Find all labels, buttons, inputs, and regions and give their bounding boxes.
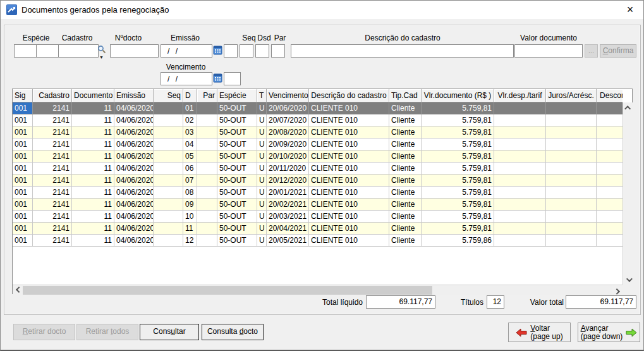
cell[interactable]	[597, 223, 623, 235]
cell[interactable]	[154, 175, 183, 187]
cell[interactable]: CLIENTE 010	[309, 235, 389, 247]
cell[interactable]	[546, 211, 597, 223]
cell[interactable]: CLIENTE 010	[309, 223, 389, 235]
vencimento-date-input[interactable]	[161, 72, 212, 85]
cell[interactable]	[197, 199, 217, 211]
emissao-date-input[interactable]	[161, 44, 212, 58]
seq-input[interactable]	[240, 44, 253, 58]
cell[interactable]: 11	[72, 114, 114, 126]
table-row[interactable]: 00121411104/06/20200250-OUTU20/07/2020CL…	[13, 114, 623, 126]
table-row[interactable]: 00121411104/06/20200150-OUTU20/06/2020CL…	[13, 102, 623, 114]
vencimento-seq-input[interactable]	[224, 72, 241, 85]
cell[interactable]: Cliente	[389, 114, 422, 126]
cell[interactable]: 04/06/2020	[114, 163, 154, 175]
horizontal-scrollbar[interactable]	[13, 285, 623, 295]
cell[interactable]: Cliente	[389, 199, 422, 211]
cell[interactable]: U	[257, 187, 267, 199]
cell[interactable]	[494, 139, 546, 151]
cell[interactable]: 04	[183, 139, 197, 151]
cell[interactable]	[597, 114, 623, 126]
cell[interactable]	[494, 102, 546, 114]
cell[interactable]: 5.759,81	[422, 102, 494, 114]
cell[interactable]: Cliente	[389, 126, 422, 139]
column-header-15[interactable]: Descor	[597, 89, 623, 102]
dsd-input[interactable]	[255, 44, 269, 58]
emissao-seq-input[interactable]	[224, 44, 238, 58]
cell[interactable]: 50-OUT	[217, 223, 257, 235]
cell[interactable]: Cliente	[389, 139, 422, 151]
cell[interactable]: 20/12/2020	[267, 175, 309, 187]
cell[interactable]: U	[257, 199, 267, 211]
cell[interactable]: 03	[183, 126, 197, 139]
table-row[interactable]: 00121411104/06/20200350-OUTU20/08/2020CL…	[13, 126, 623, 139]
cell[interactable]: 09	[183, 199, 197, 211]
cell[interactable]	[597, 151, 623, 163]
cell[interactable]: 50-OUT	[217, 126, 257, 139]
cell[interactable]: 2141	[33, 187, 72, 199]
cell[interactable]	[597, 187, 623, 199]
cell[interactable]	[546, 163, 597, 175]
cell[interactable]: U	[257, 151, 267, 163]
cell[interactable]: 04/06/2020	[114, 235, 154, 247]
confirma-button[interactable]: Confirma	[600, 44, 636, 58]
table-row[interactable]: 00121411104/06/20201150-OUTU20/04/2021CL…	[13, 223, 623, 235]
ndocto-input[interactable]	[110, 44, 159, 58]
cell[interactable]	[197, 211, 217, 223]
cell[interactable]: 001	[13, 175, 33, 187]
cell[interactable]: 50-OUT	[217, 139, 257, 151]
cell[interactable]: 2141	[33, 235, 72, 247]
cell[interactable]: 001	[13, 114, 33, 126]
cell[interactable]: 50-OUT	[217, 211, 257, 223]
cell[interactable]	[546, 114, 597, 126]
cell[interactable]: CLIENTE 010	[309, 187, 389, 199]
column-header-3[interactable]: Emissão	[114, 89, 154, 102]
cell[interactable]	[197, 126, 217, 139]
cell[interactable]: 08	[183, 187, 197, 199]
cell[interactable]: 20/01/2021	[267, 187, 309, 199]
cell[interactable]: CLIENTE 010	[309, 114, 389, 126]
cell[interactable]: 07	[183, 175, 197, 187]
cell[interactable]	[494, 175, 546, 187]
cell[interactable]: U	[257, 163, 267, 175]
cell[interactable]	[597, 175, 623, 187]
cell[interactable]: Cliente	[389, 235, 422, 247]
emissao-calendar-icon[interactable]	[213, 44, 223, 58]
especie-digit-input[interactable]	[36, 44, 59, 58]
cell[interactable]: 5.759,81	[422, 187, 494, 199]
cell[interactable]	[494, 199, 546, 211]
cell[interactable]: 10	[183, 211, 197, 223]
cell[interactable]: 001	[13, 139, 33, 151]
cell[interactable]: 01	[183, 102, 197, 114]
cell[interactable]: CLIENTE 010	[309, 163, 389, 175]
cell[interactable]: Cliente	[389, 175, 422, 187]
cell[interactable]: 02	[183, 114, 197, 126]
cell[interactable]: 20/11/2020	[267, 163, 309, 175]
cell[interactable]: 001	[13, 126, 33, 139]
especie-code-input[interactable]	[14, 44, 37, 58]
cell[interactable]: 04/06/2020	[114, 151, 154, 163]
table-row[interactable]: 00121411104/06/20201250-OUTU20/05/2021CL…	[13, 235, 623, 247]
cell[interactable]	[494, 126, 546, 139]
cell[interactable]: 5.759,81	[422, 151, 494, 163]
cell[interactable]: 5.759,81	[422, 223, 494, 235]
cell[interactable]: 50-OUT	[217, 175, 257, 187]
cell[interactable]	[197, 102, 217, 114]
descricao-input[interactable]	[291, 44, 514, 58]
cell[interactable]: 06	[183, 163, 197, 175]
cell[interactable]: U	[257, 175, 267, 187]
cell[interactable]	[546, 139, 597, 151]
cell[interactable]: 001	[13, 151, 33, 163]
cell[interactable]	[494, 114, 546, 126]
cell[interactable]: 11	[183, 223, 197, 235]
cell[interactable]: 11	[72, 139, 114, 151]
cell[interactable]: 5.759,81	[422, 211, 494, 223]
cell[interactable]: 5.759,81	[422, 199, 494, 211]
cell[interactable]	[154, 102, 183, 114]
cell[interactable]	[597, 139, 623, 151]
cell[interactable]: 2141	[33, 163, 72, 175]
cell[interactable]: 50-OUT	[217, 163, 257, 175]
cell[interactable]: Cliente	[389, 102, 422, 114]
voltar-button[interactable]: Voltar (page up)	[508, 323, 571, 342]
cell[interactable]: 11	[72, 163, 114, 175]
column-header-1[interactable]: Cadastro	[33, 89, 72, 102]
